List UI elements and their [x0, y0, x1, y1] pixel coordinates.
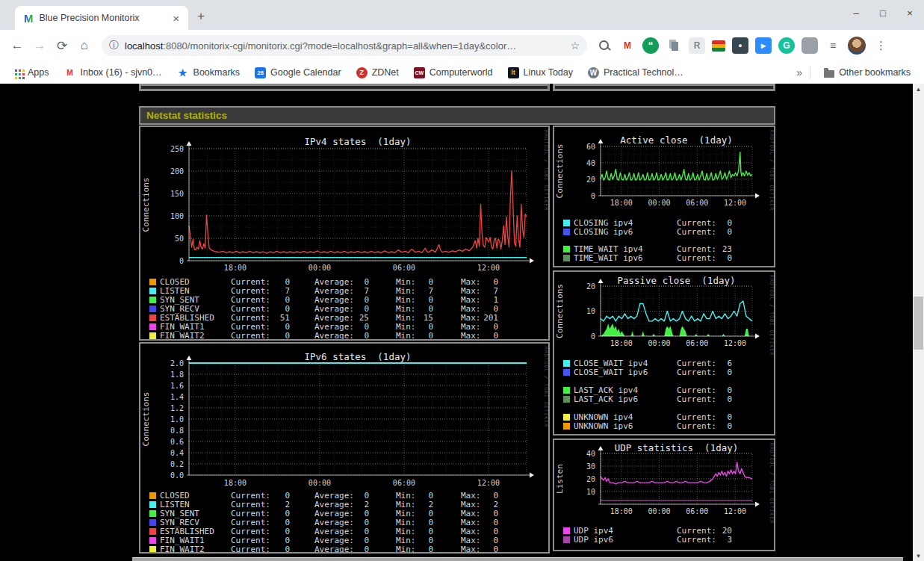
folder-icon	[824, 70, 834, 78]
tab-title: Blue Precision Monitorix	[40, 13, 170, 23]
bookmark-label: ZDNet	[372, 67, 399, 78]
svg-text:0.2: 0.2	[170, 460, 184, 468]
bookmark-label: Computerworld	[430, 67, 493, 78]
search-extension-icon[interactable]	[596, 37, 613, 54]
bookmarks-overflow-chevron[interactable]: »	[796, 66, 802, 78]
browser-tab[interactable]: M Blue Precision Monitorix ×	[15, 6, 188, 30]
hangouts-extension-icon[interactable]: “	[642, 37, 659, 54]
scroll-down-icon[interactable]: ▼	[913, 551, 924, 561]
svg-text:0: 0	[727, 253, 732, 263]
svg-text:Current:: Current:	[677, 421, 716, 431]
gmail-extension-icon[interactable]: M	[619, 37, 636, 54]
bookmark-label: Apps	[28, 67, 49, 78]
profile-avatar[interactable]	[848, 37, 866, 55]
svg-text:150: 150	[170, 190, 184, 198]
udp-statistics-graph: 1020304018:0000:0006:0012:00UDP statisti…	[554, 440, 774, 550]
svg-text:Average:: Average:	[314, 545, 354, 552]
bookmark-practical-technology[interactable]: W Practical Technol…	[582, 65, 689, 81]
url-text: localhost:8080/monitorix-cgi/monitorix.c…	[125, 40, 564, 52]
svg-text:Connections: Connections	[555, 144, 565, 199]
svg-text:Max:: Max:	[461, 545, 481, 552]
svg-text:Current:: Current:	[231, 331, 270, 339]
person-extension-icon[interactable]: ●	[732, 37, 748, 54]
svg-text:06:00: 06:00	[393, 479, 415, 487]
bookmark-google-calendar[interactable]: 28 Google Calendar	[249, 65, 347, 81]
svg-text:Listen: Listen	[555, 464, 565, 494]
bookmark-label: Other bookmarks	[839, 67, 911, 78]
home-button[interactable]: ⌂	[73, 38, 96, 53]
scrollbar-thumb[interactable]	[914, 297, 923, 350]
bookmark-apps[interactable]: Apps	[7, 65, 55, 80]
svg-text:CLOSING ipv6: CLOSING ipv6	[574, 227, 633, 237]
back-button[interactable]: ←	[6, 38, 28, 53]
svg-text:06:00: 06:00	[393, 264, 415, 272]
zdnet-icon: Z	[356, 67, 368, 78]
svg-text:Current:: Current:	[677, 535, 716, 545]
previous-section-remnant-left	[139, 84, 550, 91]
other-bookmarks[interactable]: Other bookmarks	[818, 65, 917, 80]
url-bar[interactable]: ⓘ localhost:8080/monitorix-cgi/monitorix…	[102, 35, 587, 56]
scroll-up-icon[interactable]: ▲	[913, 84, 924, 94]
forward-button[interactable]: →	[28, 38, 51, 53]
bookmark-zdnet[interactable]: Z ZDNet	[350, 65, 405, 81]
site-info-icon[interactable]: ⓘ	[109, 39, 119, 52]
svg-text:Connections: Connections	[555, 284, 565, 338]
svg-text:0: 0	[428, 331, 433, 339]
gmail-icon: M	[64, 66, 76, 78]
previous-section-remnant-right	[553, 84, 775, 91]
bookmark-label: Practical Technol…	[604, 67, 683, 78]
svg-text:LAST_ACK ipv6: LAST_ACK ipv6	[574, 394, 638, 404]
svg-text:0.4: 0.4	[170, 449, 184, 457]
svg-text:RRDTOOL / TOBI OETIKER: RRDTOOL / TOBI OETIKER	[769, 130, 774, 211]
chart-udp-statistics: 1020304018:0000:0006:0012:00UDP statisti…	[553, 438, 775, 551]
tab-close-icon[interactable]: ×	[170, 12, 182, 25]
svg-text:0: 0	[285, 331, 290, 339]
svg-text:0: 0	[493, 331, 498, 339]
svg-text:0: 0	[179, 257, 184, 265]
svg-text:Connections: Connections	[141, 392, 151, 447]
copy-pages-extension-icon[interactable]	[666, 37, 682, 54]
svg-text:06:00: 06:00	[686, 507, 708, 515]
svg-text:06:00: 06:00	[686, 199, 708, 207]
svg-text:00:00: 00:00	[648, 507, 671, 515]
url-path: :8080/monitorix-cgi/monitorix.cgi?mode=l…	[163, 40, 516, 52]
svg-text:IPv4 states (1day): IPv4 states (1day)	[305, 136, 412, 147]
svg-text:Min:: Min:	[396, 545, 416, 552]
svg-text:Passive close (1day): Passive close (1day)	[617, 275, 735, 286]
bookmark-label: Google Calendar	[270, 67, 341, 78]
svg-text:40: 40	[586, 450, 595, 458]
svg-text:0: 0	[428, 545, 433, 552]
svg-text:IPv6 states (1day): IPv6 states (1day)	[305, 351, 412, 362]
svg-text:50: 50	[175, 235, 184, 243]
minimize-button[interactable]: –	[851, 7, 861, 19]
bookmark-linux-today[interactable]: lt Linux Today	[502, 65, 580, 81]
bookmark-inbox[interactable]: M Inbox (16) - sjvn0…	[58, 64, 168, 81]
reload-button[interactable]: ⟳	[51, 38, 73, 54]
svg-text:20: 20	[586, 176, 595, 184]
svg-text:0: 0	[364, 331, 369, 339]
svg-text:12:00: 12:00	[724, 339, 746, 347]
close-button[interactable]: ×	[905, 7, 915, 19]
svg-text:1.0: 1.0	[170, 415, 184, 424]
extensions-puzzle-icon[interactable]	[801, 37, 818, 54]
maximize-button[interactable]: □	[878, 7, 888, 19]
books-extension-icon[interactable]	[712, 40, 725, 52]
grammarly-extension-icon[interactable]: G	[778, 37, 795, 54]
svg-text:1.4: 1.4	[170, 393, 184, 401]
scrollbar[interactable]: ▲ ▼	[913, 84, 924, 561]
svg-text:40: 40	[586, 159, 595, 167]
new-tab-button[interactable]: +	[197, 9, 205, 24]
r-extension-icon[interactable]: R	[689, 37, 705, 54]
menu-kebab-icon[interactable]: ⋮	[875, 39, 887, 52]
svg-text:20: 20	[586, 475, 595, 483]
svg-text:00:00: 00:00	[308, 264, 331, 272]
bookmark-computerworld[interactable]: CW Computerworld	[408, 65, 499, 81]
bookmark-star-icon[interactable]: ☆	[570, 40, 580, 52]
bookmark-bookmarks[interactable]: ★ Bookmarks	[171, 64, 246, 81]
next-section-remnant	[132, 557, 903, 561]
svg-text:TIME_WAIT ipv6: TIME_WAIT ipv6	[574, 253, 643, 263]
svg-text:UDP ipv6: UDP ipv6	[574, 535, 613, 545]
reading-list-icon[interactable]: ≡	[825, 37, 841, 54]
zoom-extension-icon[interactable]: ▸	[755, 37, 772, 54]
svg-text:Current:: Current:	[231, 545, 270, 552]
